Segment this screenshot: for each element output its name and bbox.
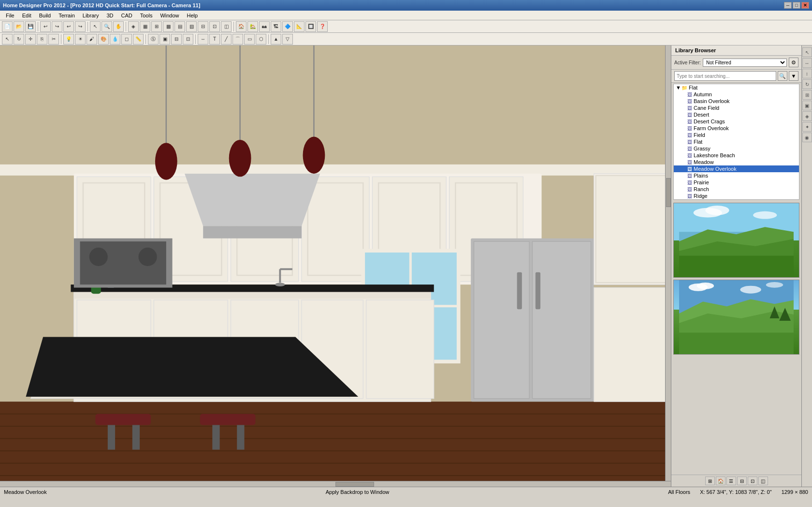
tree-item-ridge[interactable]: 🖼 Ridge	[674, 193, 799, 199]
view-button7[interactable]: ⊟	[198, 21, 208, 32]
tree-item-desert[interactable]: 🖼 Desert	[674, 111, 799, 118]
rect-btn[interactable]: ▭	[244, 34, 255, 45]
viewport-vscroll[interactable]	[665, 45, 671, 487]
new-button[interactable]: 📄	[2, 21, 13, 32]
arc-btn[interactable]: ⌒	[232, 34, 243, 45]
maximize-button[interactable]: □	[793, 2, 800, 9]
menu-terrain[interactable]: Terrain	[55, 12, 79, 19]
side-btn-4[interactable]: ↻	[802, 79, 812, 89]
side-btn-1[interactable]: ↖	[802, 47, 812, 57]
tree-item-meadow[interactable]: 🖼 Meadow	[674, 159, 799, 165]
side-btn-3[interactable]: ↕	[802, 69, 812, 78]
tree-item-lakeshore[interactable]: 🖼 Lakeshore Beach	[674, 152, 799, 159]
paint-btn[interactable]: 🎨	[98, 34, 109, 45]
view-button3[interactable]: ⊞	[151, 21, 162, 32]
pan-button[interactable]: ✋	[113, 21, 124, 32]
3d-button1[interactable]: 🏠	[236, 21, 246, 32]
side-btn-9[interactable]: ◉	[802, 133, 812, 142]
panel-btn-2[interactable]: 🏠	[716, 477, 725, 485]
vscroll-thumb[interactable]	[666, 178, 671, 207]
view-button5[interactable]: ▤	[174, 21, 185, 32]
move-btn[interactable]: ✛	[25, 34, 36, 45]
tree-item-basin[interactable]: 🖼 Basin Overlook	[674, 98, 799, 104]
tree-item-farm[interactable]: 🖼 Farm Overlook	[674, 125, 799, 132]
tree-container[interactable]: ▼ 📁 Flat 🖼 Autumn 🖼 Basin Overlook 🖼 Can…	[673, 84, 799, 200]
section-btn[interactable]: ⊟	[171, 34, 182, 45]
menu-file[interactable]: File	[2, 12, 18, 19]
tree-item-cane[interactable]: 🖼 Cane Field	[674, 104, 799, 111]
eyedrop-btn[interactable]: 💧	[110, 34, 120, 45]
light-btn[interactable]: 💡	[63, 34, 74, 45]
tree-root-flat[interactable]: ▼ 📁 Flat	[674, 84, 799, 91]
tree-item-meadow-overlook[interactable]: 🖼 Meadow Overlook	[674, 165, 799, 172]
view-button2[interactable]: ▦	[140, 21, 150, 32]
side-btn-7[interactable]: ◈	[802, 111, 812, 121]
tree-item-prairie[interactable]: 🖼 Prairie	[674, 179, 799, 186]
menu-window[interactable]: Window	[156, 12, 183, 19]
menu-tools[interactable]: Tools	[136, 12, 157, 19]
delete-btn[interactable]: ✂	[48, 34, 59, 45]
3d-button2[interactable]: 🏡	[247, 21, 258, 32]
tree-item-ranch[interactable]: 🖼 Ranch	[674, 186, 799, 193]
menu-build[interactable]: Build	[35, 12, 55, 19]
view-button9[interactable]: ◫	[221, 21, 232, 32]
tree-item-desert-crags[interactable]: 🖼 Desert Crags	[674, 118, 799, 125]
tree-item-grassy[interactable]: 🖼 Grassy	[674, 145, 799, 152]
minimize-button[interactable]: ─	[784, 2, 792, 9]
arrow-button[interactable]: ↖	[90, 21, 101, 32]
3d-button7[interactable]: 🔲	[305, 21, 316, 32]
search-input[interactable]	[674, 71, 776, 81]
material-btn[interactable]: ◻	[121, 34, 132, 45]
open-button[interactable]: 📂	[14, 21, 24, 32]
menu-cad[interactable]: CAD	[117, 12, 136, 19]
menu-edit[interactable]: Edit	[18, 12, 35, 19]
panel-btn-1[interactable]: ⊞	[705, 477, 715, 485]
3d-button6[interactable]: 📐	[294, 21, 304, 32]
copy-btn[interactable]: ⎘	[37, 34, 47, 45]
hscroll-thumb[interactable]	[335, 482, 374, 487]
tree-item-flat[interactable]: 🖼 Flat	[674, 138, 799, 145]
view-button8[interactable]: ⊡	[209, 21, 220, 32]
panel-btn-5[interactable]: ⊡	[748, 477, 757, 485]
side-btn-5[interactable]: ⊞	[802, 90, 812, 100]
3d-button5[interactable]: 🔷	[282, 21, 293, 32]
panel-btn-4[interactable]: ⊟	[737, 477, 747, 485]
zoom-button[interactable]: 🔍	[102, 21, 112, 32]
sun-btn[interactable]: ☀	[75, 34, 86, 45]
filter-select[interactable]: Not Filtered My Library Manufacturer Cat…	[703, 59, 787, 67]
menu-help[interactable]: Help	[183, 12, 202, 19]
text-btn[interactable]: T	[209, 34, 220, 45]
viewport-hscroll[interactable]	[0, 481, 671, 487]
panel-btn-6[interactable]: ◫	[758, 477, 768, 485]
side-btn-6[interactable]: ▣	[802, 101, 812, 110]
menu-library[interactable]: Library	[79, 12, 103, 19]
line-btn[interactable]: ╱	[221, 34, 232, 45]
view-button6[interactable]: ▧	[186, 21, 197, 32]
redo2-button[interactable]: ↪	[75, 21, 86, 32]
3d-button4[interactable]: 🏗	[271, 21, 281, 32]
help-button[interactable]: ❓	[317, 21, 328, 32]
plan-btn[interactable]: ▣	[160, 34, 170, 45]
search-button[interactable]: 🔍	[778, 71, 787, 81]
select-btn[interactable]: ↖	[2, 34, 13, 45]
title-bar-controls[interactable]: ─ □ ✕	[784, 2, 809, 9]
undo-button[interactable]: ↩	[40, 21, 51, 32]
filter-options-button[interactable]: ⚙	[789, 58, 798, 67]
undo2-button[interactable]: ↩	[63, 21, 74, 32]
down-btn[interactable]: ▽	[282, 34, 293, 45]
dim-btn[interactable]: ↔	[198, 34, 208, 45]
menu-3d[interactable]: 3D	[102, 12, 117, 19]
view-button4[interactable]: ▩	[163, 21, 174, 32]
tree-item-plains[interactable]: 🖼 Plains	[674, 172, 799, 179]
texture-btn[interactable]: 🖌	[87, 34, 97, 45]
side-btn-8[interactable]: ✦	[802, 122, 812, 132]
up-btn[interactable]: ▲	[271, 34, 281, 45]
rotate-btn[interactable]: ↻	[14, 34, 24, 45]
save-button[interactable]: 💾	[25, 21, 36, 32]
search-options-button[interactable]: ▼	[789, 71, 798, 81]
close-button[interactable]: ✕	[801, 2, 809, 9]
symbol-btn[interactable]: Ⓢ	[148, 34, 159, 45]
measure-btn[interactable]: 📏	[133, 34, 144, 45]
poly-btn[interactable]: ⬡	[256, 34, 266, 45]
tree-item-field[interactable]: 🖼 Field	[674, 132, 799, 138]
